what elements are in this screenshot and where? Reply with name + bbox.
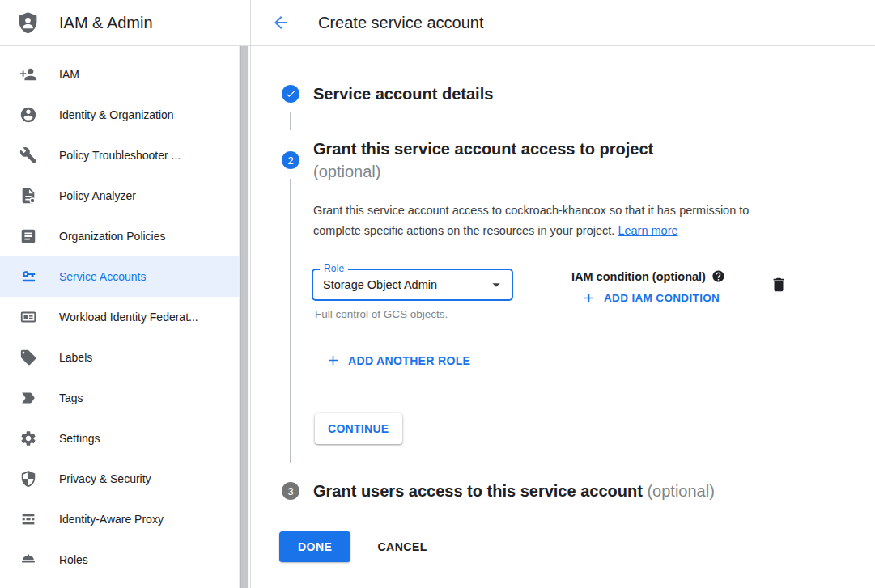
- sidebar-item-label: Identity & Organization: [59, 108, 174, 121]
- role-field-group: Role Storage Object Admin Full control o…: [313, 269, 513, 320]
- step2-title-text: Grant this service account access to pro…: [313, 140, 653, 158]
- article-icon: [19, 227, 37, 245]
- page-title: Create service account: [318, 14, 484, 32]
- step-connector-line: [290, 179, 291, 463]
- half-shield-icon: [19, 470, 37, 488]
- step-grant-access-to-project: 2 Grant this service account access to p…: [282, 137, 875, 463]
- sidebar-item-label: Policy Analyzer: [59, 189, 136, 202]
- person-add-icon: [19, 66, 37, 83]
- step3-title: Grant users access to this service accou…: [313, 480, 715, 502]
- add-iam-condition-label: ADD IAM CONDITION: [604, 292, 720, 304]
- role-select[interactable]: Role Storage Object Admin: [312, 269, 513, 301]
- continue-button[interactable]: CONTINUE: [315, 413, 402, 444]
- sidebar-item-label: Roles: [59, 553, 88, 566]
- app-window: IAM & Admin Create service account IAM I…: [0, 0, 875, 588]
- label-important-icon: [19, 389, 37, 407]
- step2-number-badge: 2: [282, 151, 299, 169]
- sidebar-item-organization-policies[interactable]: Organization Policies: [0, 216, 239, 256]
- step-service-account-details: Service account details: [282, 82, 875, 105]
- sidebar-item-label: Service Accounts: [59, 270, 146, 283]
- cancel-button[interactable]: CANCEL: [377, 540, 427, 553]
- plus-icon: [581, 290, 597, 306]
- add-another-role-button[interactable]: ADD ANOTHER ROLE: [325, 353, 794, 368]
- sidebar-item-settings[interactable]: Settings: [0, 418, 239, 459]
- sidebar-item-label: Identity-Aware Proxy: [59, 513, 164, 526]
- role-select-label: Role: [320, 263, 348, 274]
- iam-condition-label: IAM condition (optional): [571, 270, 706, 283]
- role-helper-text: Full control of GCS objects.: [315, 308, 513, 320]
- done-button[interactable]: DONE: [279, 531, 350, 562]
- sidebar-item-label: Policy Troubleshooter ...: [59, 149, 181, 162]
- policy-doc-icon: [19, 187, 37, 205]
- sidebar-item-label: Labels: [59, 351, 92, 364]
- sidebar-item-workload-identity-federation[interactable]: Workload Identity Federat...: [0, 297, 239, 337]
- service-account-key-icon: [19, 268, 37, 286]
- back-arrow-icon[interactable]: [271, 13, 291, 32]
- sidebar-item-tags[interactable]: Tags: [0, 378, 239, 418]
- hat-icon: [19, 551, 37, 569]
- top-header: IAM & Admin Create service account: [0, 0, 875, 46]
- sidebar-item-policy-troubleshooter[interactable]: Policy Troubleshooter ...: [0, 135, 239, 176]
- sidebar-item-label: IAM: [59, 68, 79, 81]
- add-another-role-label: ADD ANOTHER ROLE: [348, 354, 470, 367]
- step3-title-text: Grant users access to this service accou…: [313, 482, 643, 500]
- plus-icon: [325, 353, 341, 368]
- step1-title: Service account details: [313, 82, 493, 105]
- sidebar-item-identity-aware-proxy[interactable]: Identity-Aware Proxy: [0, 499, 239, 539]
- trash-icon: [770, 276, 788, 294]
- step-grant-users-access: 3 Grant users access to this service acc…: [282, 480, 875, 502]
- step2-title: Grant this service account access to pro…: [313, 137, 794, 183]
- sidebar-item-label: Tags: [59, 391, 83, 404]
- iam-condition-group: IAM condition (optional) ADD IAM CONDITI…: [571, 269, 725, 306]
- tag-icon: [19, 349, 37, 366]
- sidebar-scrollbar-thumb[interactable]: [240, 46, 248, 588]
- step2-indicator-column: 2: [282, 137, 299, 463]
- role-select-value: Storage Object Admin: [323, 278, 487, 291]
- step1-completed-check-icon: [282, 85, 299, 103]
- wrench-icon: [19, 146, 37, 164]
- step2-optional-label: (optional): [313, 163, 380, 180]
- learn-more-link[interactable]: Learn more: [618, 224, 677, 237]
- delete-role-button[interactable]: [769, 276, 788, 295]
- form-actions: DONE CANCEL: [279, 531, 875, 562]
- page-header: Create service account: [251, 0, 484, 45]
- sidebar-item-privacy-security[interactable]: Privacy & Security: [0, 459, 239, 499]
- role-binding-row: Role Storage Object Admin Full control o…: [313, 269, 794, 320]
- sidebar-item-label: Settings: [59, 432, 100, 445]
- app-title: IAM & Admin: [59, 14, 153, 32]
- account-circle-icon: [19, 106, 37, 124]
- sidebar-item-iam[interactable]: IAM: [0, 54, 239, 95]
- sidebar-nav: IAM Identity & Organization Policy Troub…: [0, 46, 251, 588]
- step3-number-badge: 3: [282, 482, 299, 500]
- help-icon[interactable]: [711, 269, 725, 283]
- sidebar-item-label: Privacy & Security: [59, 472, 151, 485]
- iam-shield-logo-icon: [16, 11, 40, 36]
- chevron-down-icon: [487, 276, 505, 294]
- sidebar-item-labels[interactable]: Labels: [0, 337, 239, 378]
- sidebar-item-label: Organization Policies: [59, 230, 166, 243]
- step2-description: Grant this service account access to coc…: [313, 201, 794, 241]
- gear-icon: [19, 429, 37, 447]
- step3-optional-label: (optional): [647, 482, 714, 500]
- sidebar-item-service-accounts[interactable]: Service Accounts: [0, 256, 239, 297]
- add-iam-condition-button[interactable]: ADD IAM CONDITION: [581, 290, 725, 306]
- sidebar-item-roles[interactable]: Roles: [0, 539, 239, 580]
- sidebar-scrollbar-track: [239, 46, 249, 588]
- step-connector-line: [290, 112, 291, 130]
- badge-card-icon: [19, 308, 37, 326]
- sidebar-item-label: Workload Identity Federat...: [59, 311, 198, 324]
- create-service-account-form: Service account details 2 Grant this ser…: [251, 46, 875, 588]
- sidebar-item-identity-organization[interactable]: Identity & Organization: [0, 95, 239, 135]
- sidebar-item-policy-analyzer[interactable]: Policy Analyzer: [0, 176, 239, 216]
- product-header: IAM & Admin: [0, 0, 251, 45]
- proxy-grid-icon: [19, 510, 37, 528]
